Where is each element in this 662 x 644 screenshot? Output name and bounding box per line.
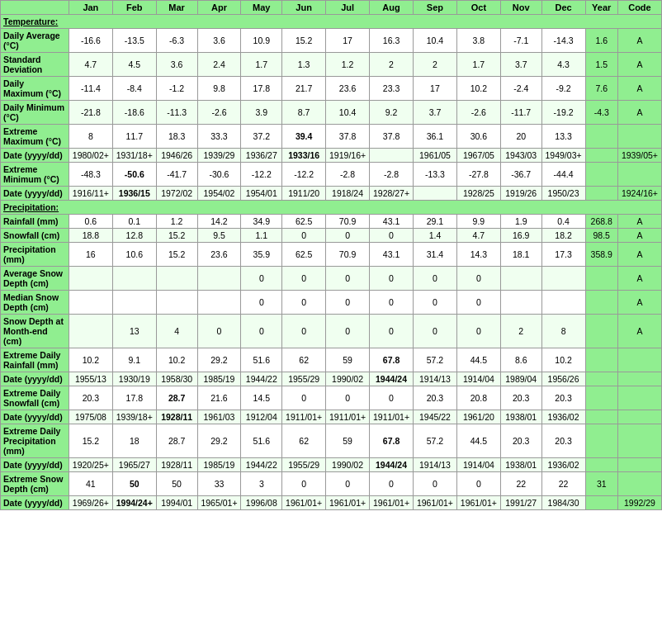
data-cell: 1961/20 [456, 410, 500, 424]
data-cell: 1945/22 [413, 410, 456, 424]
data-cell: 29.2 [197, 348, 241, 372]
data-cell: 20.3 [500, 386, 541, 410]
data-cell [617, 386, 661, 410]
data-cell: 20 [500, 125, 541, 149]
data-cell [500, 267, 541, 291]
row-label: Median Snow Depth (cm) [1, 291, 69, 315]
data-cell: A [617, 77, 661, 101]
data-cell: 1936/02 [541, 458, 585, 472]
data-cell [585, 458, 617, 472]
data-cell [585, 291, 617, 315]
data-cell: -50.6 [112, 163, 156, 187]
data-cell: 3.7 [500, 53, 541, 77]
row-label: Snow Depth at Month-end (cm) [1, 315, 69, 348]
data-cell: 1990/02 [326, 372, 370, 386]
data-cell: 3.7 [413, 101, 456, 125]
data-cell: 67.8 [370, 348, 414, 372]
data-cell: -2.4 [500, 77, 541, 101]
data-cell [541, 291, 585, 315]
data-cell: 57.2 [413, 348, 456, 372]
col-header-jan: Jan [69, 1, 112, 15]
data-cell: 0 [413, 472, 456, 496]
data-cell: 1961/01+ [456, 496, 500, 510]
data-row: Average Snow Depth (cm)000000A [1, 267, 662, 291]
data-cell: 33 [197, 472, 241, 496]
data-cell: 18.3 [156, 125, 197, 149]
data-cell: 1.5 [585, 53, 617, 77]
data-cell: 1911/01+ [282, 410, 326, 424]
col-header-may: May [241, 1, 282, 15]
data-cell: 14.5 [241, 386, 282, 410]
data-row: Median Snow Depth (cm)000000A [1, 291, 662, 315]
data-cell: 4.3 [541, 53, 585, 77]
data-cell: 1992/29 [617, 496, 661, 510]
data-cell: 1924/16+ [617, 187, 661, 201]
data-cell: 1938/01 [500, 458, 541, 472]
data-cell: -6.3 [156, 29, 197, 53]
data-cell: 9.2 [370, 101, 414, 125]
data-cell: 1939/29 [197, 149, 241, 163]
data-cell: 0.6 [69, 215, 112, 229]
data-row: Date (yyyy/dd)1920/25+1965/271928/111985… [1, 458, 662, 472]
col-header-aug: Aug [370, 1, 414, 15]
data-cell [69, 267, 112, 291]
row-label: Average Snow Depth (cm) [1, 267, 69, 291]
data-cell: 3.6 [197, 29, 241, 53]
data-cell: 14.3 [456, 243, 500, 267]
row-label: Extreme Maximum (°C) [1, 125, 69, 149]
data-cell: 0 [413, 315, 456, 348]
data-cell: 18.2 [541, 229, 585, 243]
col-header-sep: Sep [413, 1, 456, 15]
data-cell: -44.4 [541, 163, 585, 187]
data-cell: 8.7 [282, 101, 326, 125]
data-cell: 20.3 [413, 386, 456, 410]
data-cell: 0 [326, 291, 370, 315]
col-header-feb: Feb [112, 1, 156, 15]
data-cell: 59 [326, 348, 370, 372]
data-cell: 0 [413, 267, 456, 291]
col-header-label [1, 1, 69, 15]
data-row: Daily Average (°C)-16.6-13.5-6.33.610.91… [1, 29, 662, 53]
data-cell: -11.4 [69, 77, 112, 101]
data-cell: 20.3 [69, 386, 112, 410]
data-row: Date (yyyy/dd)1969/26+1994/24+1994/01196… [1, 496, 662, 510]
data-cell: 23.6 [326, 77, 370, 101]
data-cell: 3.9 [241, 101, 282, 125]
data-cell: A [617, 315, 661, 348]
data-cell: -13.5 [112, 29, 156, 53]
data-cell: 50 [112, 472, 156, 496]
data-cell: 1.3 [282, 53, 326, 77]
data-cell: 0 [282, 229, 326, 243]
data-cell: 1944/24 [370, 458, 414, 472]
data-cell: 1985/19 [197, 458, 241, 472]
data-cell: 1928/11 [156, 410, 197, 424]
data-cell: A [617, 215, 661, 229]
data-cell: 0 [197, 315, 241, 348]
data-cell: 1994/24+ [112, 496, 156, 510]
data-cell: 1.4 [413, 229, 456, 243]
data-cell: 28.7 [156, 386, 197, 410]
data-cell: 1911/01+ [326, 410, 370, 424]
data-cell: 4.5 [112, 53, 156, 77]
data-cell: 1916/11+ [69, 187, 112, 201]
data-cell [156, 291, 197, 315]
data-cell: 67.8 [370, 424, 414, 458]
data-cell: 1914/04 [456, 458, 500, 472]
data-row: Precipitation (mm)1610.615.223.635.962.5… [1, 243, 662, 267]
data-cell: 1936/02 [541, 410, 585, 424]
data-cell: 22 [541, 472, 585, 496]
data-cell: 0 [326, 386, 370, 410]
data-cell: 3 [241, 472, 282, 496]
data-cell: A [617, 229, 661, 243]
data-cell: 2 [370, 53, 414, 77]
data-cell: 1944/22 [241, 372, 282, 386]
data-cell: 1930/19 [112, 372, 156, 386]
data-cell [112, 267, 156, 291]
data-cell: 1984/30 [541, 496, 585, 510]
col-header-jul: Jul [326, 1, 370, 15]
data-cell: 1965/27 [112, 458, 156, 472]
data-cell: 2 [500, 315, 541, 348]
data-cell [585, 424, 617, 458]
data-cell: 0 [370, 291, 414, 315]
data-cell: 0 [241, 315, 282, 348]
